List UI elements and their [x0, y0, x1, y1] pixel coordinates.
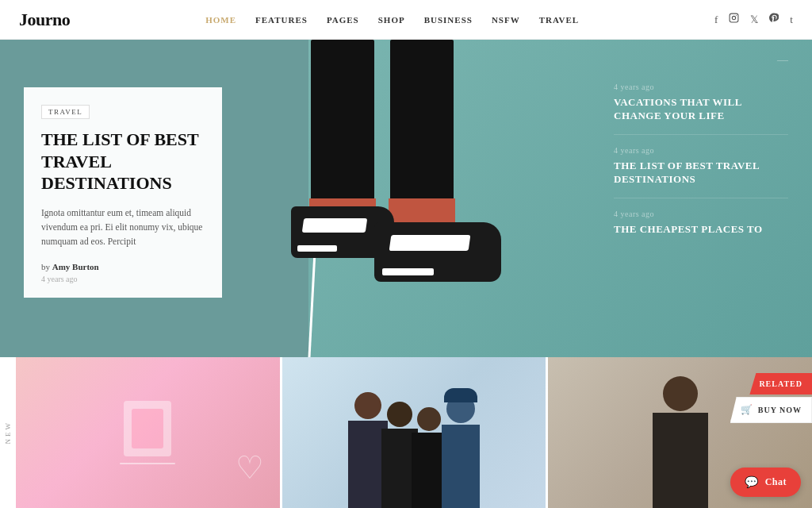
- nav-item-home[interactable]: HOME: [205, 15, 236, 25]
- sneaker-left-sole: [297, 245, 337, 252]
- twitter-icon[interactable]: 𝕏: [750, 13, 758, 26]
- sidebar-time-1: 4 years ago: [614, 83, 788, 91]
- new-text: NEW: [4, 421, 12, 444]
- hero-text-box: TRAVEL THE LIST OF BEST TRAVEL DESTINATI…: [24, 87, 222, 298]
- sneaker-right-sole: [382, 268, 434, 275]
- related-button[interactable]: RELATED: [749, 373, 812, 394]
- buy-label: BUY NOW: [758, 406, 802, 414]
- related-label: RELATED: [759, 379, 802, 388]
- cards-row: ♡: [16, 357, 812, 508]
- nav-item-nsfw[interactable]: NSFW: [492, 15, 520, 25]
- leg-right: [390, 40, 454, 214]
- sneaker-right: [374, 222, 501, 282]
- tumblr-icon[interactable]: t: [790, 13, 793, 26]
- bag-inner: [132, 409, 163, 448]
- card-product[interactable]: ♡: [16, 357, 280, 508]
- sidebar-title-2: THE LIST OF BEST TRAVEL DESTINATIONS: [614, 160, 788, 187]
- facebook-icon[interactable]: f: [714, 13, 718, 26]
- hero-nav-dash: —: [777, 54, 790, 67]
- logo[interactable]: Journo: [19, 10, 70, 30]
- sidebar-article-3[interactable]: 4 years ago THE CHEAPEST PLACES TO: [614, 198, 788, 248]
- chat-button[interactable]: 💬 Chat: [730, 468, 801, 497]
- single-person: [653, 376, 708, 508]
- header: Journo HOME FEATURES PAGES SHOP BUSINESS…: [0, 0, 812, 40]
- head-1: [354, 392, 381, 419]
- sneaker-right-stripe: [389, 235, 471, 251]
- hero-author: by Amy Burton: [41, 262, 205, 271]
- sidebar-article-1[interactable]: 4 years ago VACATIONS THAT WILL CHANGE Y…: [614, 71, 788, 135]
- main-nav: HOME FEATURES PAGES SHOP BUSINESS NSFW T…: [205, 15, 579, 25]
- buy-now-button[interactable]: 🛒 BUY NOW: [730, 397, 812, 423]
- chat-label: Chat: [765, 476, 787, 488]
- new-label: NEW: [0, 357, 16, 508]
- hero-title: THE LIST OF BEST TRAVEL DESTINATIONS: [41, 129, 205, 194]
- sidebar-title-1: VACATIONS THAT WILL CHANGE YOUR LIFE: [614, 96, 788, 123]
- hero-author-name[interactable]: Amy Burton: [52, 262, 99, 271]
- sidebar-title-3: THE CHEAPEST PLACES TO: [614, 223, 788, 237]
- sidebar-article-2[interactable]: 4 years ago THE LIST OF BEST TRAVEL DEST…: [614, 135, 788, 198]
- pinterest-icon[interactable]: [769, 13, 779, 26]
- ankle-right: [389, 198, 455, 222]
- hero-sidebar: 4 years ago VACATIONS THAT WILL CHANGE Y…: [614, 71, 788, 247]
- social-icons: f 𝕏 t: [714, 13, 793, 26]
- hero-time: 4 years ago: [41, 275, 205, 283]
- nav-item-shop[interactable]: SHOP: [378, 15, 405, 25]
- card-people[interactable]: [282, 357, 546, 508]
- person-4: [442, 394, 480, 508]
- hero-section: TRAVEL THE LIST OF BEST TRAVEL DESTINATI…: [0, 40, 812, 357]
- hero-excerpt: Ignota omittantur eum et, timeam aliquid…: [41, 206, 205, 249]
- sidebar-time-3: 4 years ago: [614, 210, 788, 218]
- leg-left: [311, 40, 374, 214]
- hero-category-badge[interactable]: TRAVEL: [41, 105, 90, 119]
- single-body: [653, 413, 708, 508]
- svg-point-1: [733, 16, 736, 19]
- card-product-inner: [120, 401, 175, 464]
- hero-image: [287, 40, 525, 357]
- instagram-icon[interactable]: [729, 13, 739, 26]
- nav-item-business[interactable]: BUSINESS: [424, 15, 473, 25]
- bottom-section: NEW ♡: [0, 357, 812, 508]
- cap: [444, 388, 477, 402]
- heart-decoration: ♡: [236, 452, 264, 484]
- product-line: [120, 463, 175, 464]
- nav-item-features[interactable]: FEATURES: [255, 15, 308, 25]
- nav-item-pages[interactable]: PAGES: [327, 15, 359, 25]
- card-people-inner: [282, 357, 546, 508]
- svg-point-2: [736, 15, 737, 16]
- head-3: [417, 407, 441, 431]
- head-2: [387, 402, 412, 427]
- sidebar-time-2: 4 years ago: [614, 146, 788, 155]
- svg-rect-0: [730, 13, 738, 22]
- body-4: [442, 425, 480, 508]
- product-bag: [124, 401, 171, 456]
- nav-item-travel[interactable]: TRAVEL: [539, 15, 579, 25]
- cart-icon: 🛒: [741, 404, 753, 416]
- sneaker-left-stripe: [302, 218, 368, 233]
- head-4: [446, 394, 475, 423]
- single-head: [663, 376, 698, 411]
- chat-icon: 💬: [745, 475, 759, 489]
